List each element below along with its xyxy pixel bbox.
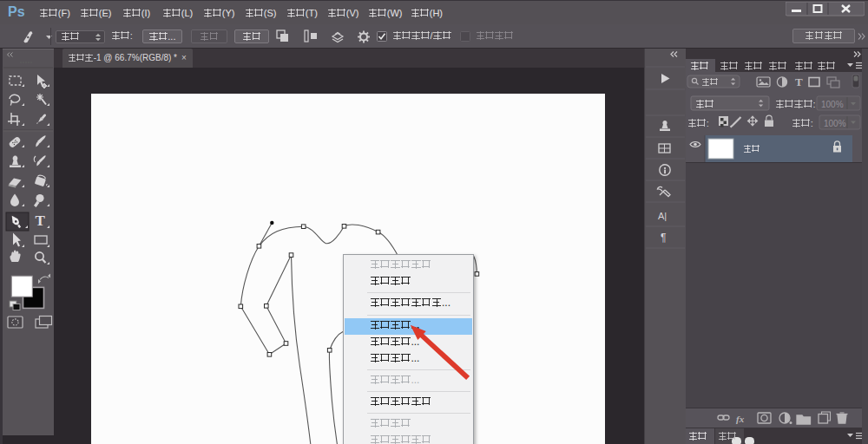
svg-text:fx: fx xyxy=(736,414,745,424)
svg-text:T: T xyxy=(795,75,803,88)
svg-text:A|: A| xyxy=(658,211,667,221)
svg-text:T: T xyxy=(36,212,46,229)
svg-text:¶: ¶ xyxy=(661,232,666,244)
